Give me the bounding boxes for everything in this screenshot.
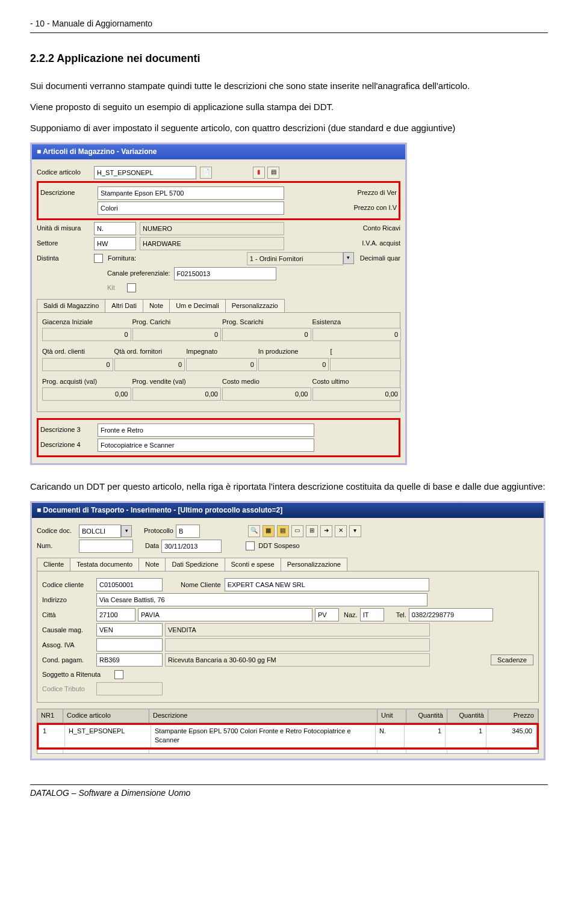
- td-price: 345,00: [486, 725, 536, 747]
- label-prog-ven: Prog. vendite (val): [132, 377, 216, 386]
- stats-icon[interactable]: ▤: [267, 167, 279, 179]
- val-qta-clienti: [42, 358, 113, 371]
- input-cond-pagam-short[interactable]: [96, 653, 163, 667]
- dropdown-fornitura[interactable]: ▾: [343, 252, 354, 264]
- input-tel[interactable]: [409, 608, 493, 621]
- input-codice-cliente[interactable]: [96, 578, 163, 591]
- input-num[interactable]: [79, 540, 133, 553]
- val-esistenza: [312, 328, 402, 341]
- layout-icon[interactable]: ⊞: [306, 525, 318, 537]
- close-icon[interactable]: ✕: [335, 525, 347, 537]
- panel-cliente: Codice cliente Nome Cliente Indirizzo Ci…: [37, 571, 539, 703]
- input-causale-short[interactable]: [96, 623, 163, 636]
- table-row[interactable]: 1 H_ST_EPSONEPL Stampante Epson EPL 5700…: [39, 725, 537, 748]
- tab-cliente[interactable]: Cliente: [37, 558, 70, 571]
- checkbox-soggetto-ritenuta[interactable]: [114, 670, 123, 679]
- tab-testata[interactable]: Testata documento: [70, 558, 139, 571]
- td-qty2: 1: [446, 725, 486, 747]
- th-qty2: Quantità: [447, 709, 488, 722]
- input-codice-doc[interactable]: [79, 525, 121, 538]
- dropdown-codice-doc[interactable]: ▾: [121, 525, 132, 537]
- tab-um-decimali[interactable]: Um e Decimali: [169, 299, 226, 312]
- label-prezzo-iva: Prezzo con I.V: [353, 203, 397, 212]
- input-descrizione-1[interactable]: [98, 186, 284, 200]
- more-icon[interactable]: ▾: [349, 525, 361, 537]
- grid-icon-1[interactable]: ▦: [263, 525, 275, 537]
- input-data[interactable]: [161, 540, 222, 553]
- footer-rule: [30, 784, 548, 785]
- label-data: Data: [145, 541, 159, 550]
- label-indirizzo: Indirizzo: [42, 596, 96, 605]
- input-unita-long: [140, 222, 284, 235]
- input-causale-long: [165, 623, 430, 636]
- label-descrizione: Descrizione: [40, 188, 98, 197]
- input-protocollo[interactable]: [176, 525, 200, 538]
- button-scadenze[interactable]: Scadenze: [491, 654, 533, 665]
- label-codice-cliente: Codice cliente: [42, 581, 96, 590]
- input-cap[interactable]: [96, 608, 135, 621]
- highlight-descrizione: Descrizione Prezzo di Ver Prezzo con I.V: [37, 181, 400, 220]
- grid-icon-2[interactable]: ▤: [277, 525, 289, 537]
- tab-sconti-spese[interactable]: Sconti e spese: [225, 558, 281, 571]
- th-price: Prezzo: [488, 709, 538, 722]
- tab-note[interactable]: Note: [143, 299, 170, 312]
- label-distinta: Distinta: [37, 254, 94, 263]
- label-codice-articolo: Codice articolo: [37, 168, 94, 177]
- tabs-articolo: Saldi di Magazzino Altri Dati Note Um e …: [37, 299, 400, 312]
- tab-note-ddt[interactable]: Note: [138, 558, 166, 571]
- label-descrizione3: Descrizione 3: [40, 425, 98, 434]
- val-costo-medio: [222, 387, 311, 401]
- label-costo-medio: Costo medio: [222, 377, 305, 386]
- input-naz[interactable]: [360, 608, 384, 621]
- table-row-empty[interactable]: [37, 750, 539, 754]
- body-p4: Caricando un DDT per questo articolo, ne…: [30, 480, 548, 493]
- forward-icon[interactable]: ➜: [320, 525, 332, 537]
- input-assog[interactable]: [96, 638, 163, 651]
- td-unit: N.: [376, 725, 405, 747]
- line-items-table: NR1 Codice articolo Descrizione Unit Qua…: [37, 709, 539, 753]
- input-citta[interactable]: [138, 608, 312, 621]
- input-prov[interactable]: [315, 608, 339, 621]
- val-costo-ultimo: [312, 387, 402, 401]
- input-settore-long: [140, 237, 284, 250]
- select-fornitura[interactable]: [247, 252, 343, 265]
- input-settore-short[interactable]: [94, 237, 136, 250]
- label-in-produzione: In produzione: [258, 347, 323, 356]
- input-nome-cliente[interactable]: [225, 578, 429, 591]
- input-canale[interactable]: [174, 267, 276, 280]
- chart-icon[interactable]: ▮: [253, 167, 265, 179]
- label-tel: Tel.: [396, 611, 406, 620]
- th-desc: Descrizione: [149, 709, 378, 722]
- tab-personalizzazio[interactable]: Personalizzazio: [225, 299, 285, 312]
- val-giacenza: [42, 328, 131, 341]
- tab-altri-dati[interactable]: Altri Dati: [105, 299, 143, 312]
- input-indirizzo[interactable]: [96, 593, 427, 606]
- label-prezzo-ven: Prezzo di Ver: [358, 188, 397, 197]
- page-footer: DATALOG – Software a Dimensione Uomo: [30, 784, 548, 799]
- page-header: - 10 - Manuale di Aggiornamento: [30, 18, 548, 30]
- checkbox-ddt-sospeso[interactable]: [246, 541, 255, 550]
- val-col-extra: [330, 358, 401, 371]
- label-naz: Naz.: [344, 611, 358, 620]
- input-codice-tributo: [96, 682, 163, 695]
- input-codice-articolo[interactable]: [94, 166, 196, 179]
- tab-saldi[interactable]: Saldi di Magazzino: [37, 299, 105, 312]
- input-unita-short[interactable]: [94, 222, 136, 235]
- titlebar-text: Articoli di Magazzino - Variazione: [43, 147, 157, 156]
- checkbox-distinta[interactable]: [94, 254, 103, 263]
- copy-icon-2[interactable]: ▭: [291, 525, 303, 537]
- tab-dati-spedizione[interactable]: Dati Spedizione: [165, 558, 225, 571]
- checkbox-kit[interactable]: [127, 283, 136, 292]
- search-icon[interactable]: 🔍: [248, 525, 260, 537]
- input-descrizione3[interactable]: [98, 424, 314, 437]
- input-descrizione-2[interactable]: [98, 202, 284, 215]
- label-soggetto-ritenuta: Soggetto a Ritenuta: [42, 670, 114, 679]
- label-prog-scarichi: Prog. Scarichi: [222, 318, 305, 327]
- val-prog-acq: [42, 387, 131, 401]
- val-in-produzione: [258, 358, 329, 371]
- tab-personalizzazione[interactable]: Personalizzazione: [281, 558, 347, 571]
- copy-icon[interactable]: 📄: [200, 167, 212, 179]
- label-settore: Settore: [37, 239, 94, 248]
- input-descrizione4[interactable]: [98, 439, 314, 452]
- label-nome-cliente: Nome Cliente: [181, 581, 221, 590]
